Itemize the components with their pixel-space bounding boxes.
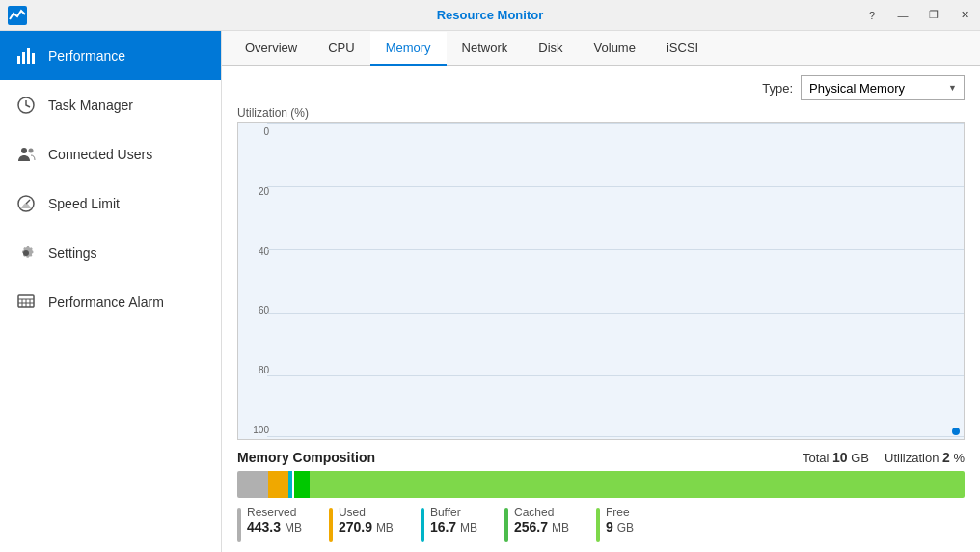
type-row: Type: Physical Memory (237, 75, 965, 100)
legend-name-cached: Cached (514, 506, 569, 519)
tab-network[interactable]: Network (447, 32, 524, 66)
grid-line-0 (267, 436, 964, 437)
legend-color-cached (504, 508, 508, 542)
tab-overview[interactable]: Overview (230, 32, 313, 66)
legend-name-buffer: Buffer (430, 506, 477, 519)
legend-item-cached: Cached 256.7 MB (504, 506, 569, 542)
y-label-100: 100 (242, 425, 269, 435)
window-title: Resource Monitor (437, 8, 544, 22)
sidebar-item-performance-label: Performance (48, 48, 125, 64)
legend-value-free: 9 GB (606, 519, 634, 535)
sidebar-item-performance[interactable]: Performance (0, 31, 221, 80)
sidebar-item-task-manager[interactable]: Task Manager (0, 80, 221, 129)
svg-point-6 (21, 148, 27, 153)
speedlimit-icon (15, 193, 37, 214)
grid-line-40 (267, 313, 964, 314)
chart-y-axis: 100 80 60 40 20 0 (238, 123, 267, 439)
task-icon (15, 95, 37, 116)
users-icon (15, 144, 37, 165)
utilization-unit: % (953, 451, 965, 465)
memory-bar (237, 471, 965, 498)
legend-item-used: Used 270.9 MB (329, 506, 394, 542)
memory-comp-title: Memory Composition (237, 450, 375, 465)
bar-cached (294, 471, 311, 498)
svg-rect-4 (32, 53, 35, 64)
settings-icon (15, 242, 37, 263)
tab-iscsi[interactable]: iSCSI (651, 32, 714, 66)
legend-name-used: Used (339, 506, 394, 519)
legend-text-reserved: Reserved 443.3 MB (247, 506, 302, 535)
legend-text-cached: Cached 256.7 MB (514, 506, 569, 535)
sidebar-item-speed-limit[interactable]: Speed Limit (0, 179, 221, 228)
sidebar-item-settings-label: Settings (48, 245, 97, 261)
alarm-icon (15, 291, 37, 313)
y-label-60: 60 (242, 305, 269, 316)
type-label: Type: (762, 81, 793, 96)
legend-text-buffer: Buffer 16.7 MB (430, 506, 477, 535)
chart-container: Utilization (%) 100 80 60 40 20 0 (237, 106, 965, 442)
app-logo (8, 6, 27, 25)
window-controls: ? — ❐ ✕ (857, 0, 980, 30)
tab-volume[interactable]: Volume (579, 32, 651, 66)
sidebar: Performance Task Manager Connected Use (0, 31, 222, 552)
sidebar-item-performance-alarm[interactable]: Performance Alarm (0, 277, 221, 326)
memory-comp-stats: Total 10 GB Utilization 2 % (803, 450, 965, 465)
legend-value-reserved: 443.3 MB (247, 519, 302, 535)
legend-name-free: Free (606, 506, 634, 519)
utilization-value: 2 (942, 450, 950, 465)
memory-composition: Memory Composition Total 10 GB Utilizati… (237, 442, 965, 542)
help-button[interactable]: ? (857, 0, 887, 30)
y-label-40: 40 (242, 246, 269, 257)
sidebar-item-connected-users[interactable]: Connected Users (0, 129, 221, 179)
grid-line-60 (267, 249, 964, 250)
legend-color-buffer (421, 508, 424, 542)
y-label-80: 80 (242, 365, 269, 375)
chart-grid (267, 123, 964, 439)
chart-area: 100 80 60 40 20 0 (237, 122, 965, 440)
chart-title: Utilization (%) (237, 106, 965, 120)
legend-item-reserved: Reserved 443.3 MB (237, 506, 302, 542)
main-layout: Performance Task Manager Connected Use (0, 31, 980, 552)
tab-bar: Overview CPU Memory Network Disk Volume … (222, 31, 980, 66)
bar-reserved (237, 471, 268, 498)
sidebar-item-settings[interactable]: Settings (0, 228, 221, 277)
tab-memory[interactable]: Memory (370, 32, 447, 66)
restore-button[interactable]: ❐ (918, 0, 949, 30)
type-select[interactable]: Physical Memory (801, 75, 965, 100)
tab-cpu[interactable]: CPU (313, 32, 369, 66)
total-stat: Total 10 GB (803, 450, 869, 465)
legend-color-used (329, 508, 333, 542)
legend-item-buffer: Buffer 16.7 MB (421, 506, 477, 542)
legend-item-free: Free 9 GB (596, 506, 634, 542)
legend-value-used: 270.9 MB (339, 519, 394, 535)
y-label-20: 20 (242, 186, 269, 197)
svg-point-7 (29, 148, 34, 152)
bar-free (310, 471, 965, 498)
content-area: Overview CPU Memory Network Disk Volume … (222, 31, 980, 552)
content-body: Type: Physical Memory Utilization (%) 10… (222, 66, 980, 552)
legend-text-used: Used 270.9 MB (339, 506, 394, 535)
grid-line-80 (267, 186, 964, 187)
sidebar-item-performance-alarm-label: Performance Alarm (48, 294, 164, 310)
chart-icon (15, 45, 37, 67)
y-label-0: 0 (242, 126, 269, 137)
bar-used (268, 471, 287, 498)
tab-disk[interactable]: Disk (523, 32, 578, 66)
sidebar-item-speed-limit-label: Speed Limit (48, 196, 120, 211)
title-bar: Resource Monitor ? — ❐ ✕ (0, 0, 980, 31)
type-select-wrapper[interactable]: Physical Memory (801, 75, 965, 100)
legend-value-cached: 256.7 MB (514, 519, 569, 535)
legend-color-reserved (237, 508, 241, 542)
memory-comp-header: Memory Composition Total 10 GB Utilizati… (237, 450, 965, 465)
svg-rect-3 (27, 48, 30, 64)
minimize-button[interactable]: — (887, 0, 918, 30)
close-button[interactable]: ✕ (949, 0, 980, 30)
grid-line-20 (267, 375, 964, 376)
chart-cursor-dot (952, 428, 960, 435)
total-value: 10 (832, 450, 848, 465)
legend-color-free (596, 508, 600, 542)
svg-line-9 (26, 200, 30, 204)
utilization-stat: Utilization 2 % (885, 450, 965, 465)
svg-rect-1 (17, 56, 20, 64)
sidebar-item-task-manager-label: Task Manager (48, 97, 133, 113)
